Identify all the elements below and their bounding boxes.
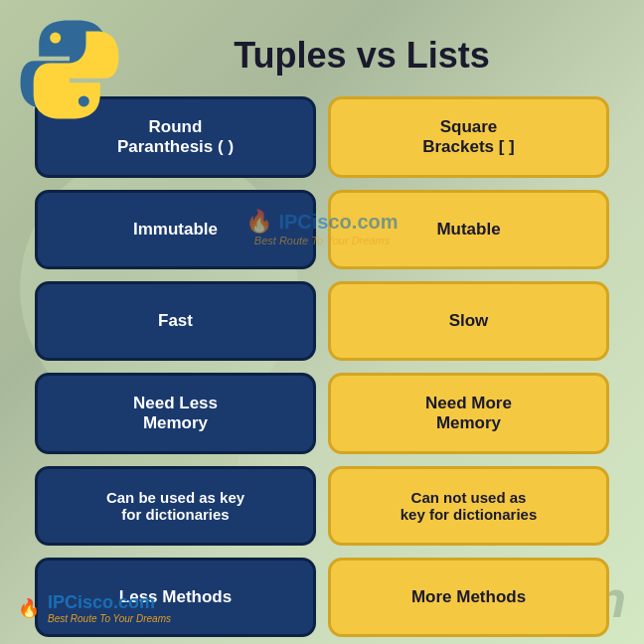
- python-logo: [15, 15, 134, 134]
- svg-point-1: [79, 95, 89, 106]
- tuple-card-speed: Fast: [35, 281, 316, 361]
- list-card-brackets: SquareBrackets [ ]: [328, 96, 609, 178]
- branding-text: IPCisco.com Best Route To Your Dreams: [48, 592, 171, 624]
- list-card-methods: More Methods: [328, 558, 609, 637]
- list-card-mutability: Mutable: [328, 190, 609, 269]
- branding-flame-icon: 🔥: [18, 597, 40, 619]
- list-card-speed: Slow: [328, 281, 609, 361]
- tuple-card-mutability: Immutable: [35, 190, 316, 269]
- tuple-card-memory: Need LessMemory: [35, 373, 316, 454]
- page-title: Tuples vs Lists: [94, 15, 629, 91]
- list-card-memory: Need MoreMemory: [328, 373, 609, 454]
- branding-block: 🔥 IPCisco.com Best Route To Your Dreams: [18, 592, 171, 624]
- list-card-dict-key: Can not used askey for dictionaries: [328, 466, 609, 546]
- svg-point-0: [50, 33, 61, 44]
- main-container: Tuples vs Lists RoundParanthesis ( ) Squ…: [0, 0, 644, 644]
- content-grid: RoundParanthesis ( ) SquareBrackets [ ] …: [15, 96, 629, 637]
- tuple-card-dict-key: Can be used as keyfor dictionaries: [35, 466, 316, 546]
- branding-tagline: Best Route To Your Dreams: [48, 613, 171, 624]
- branding-name: IPCisco.com: [48, 592, 171, 613]
